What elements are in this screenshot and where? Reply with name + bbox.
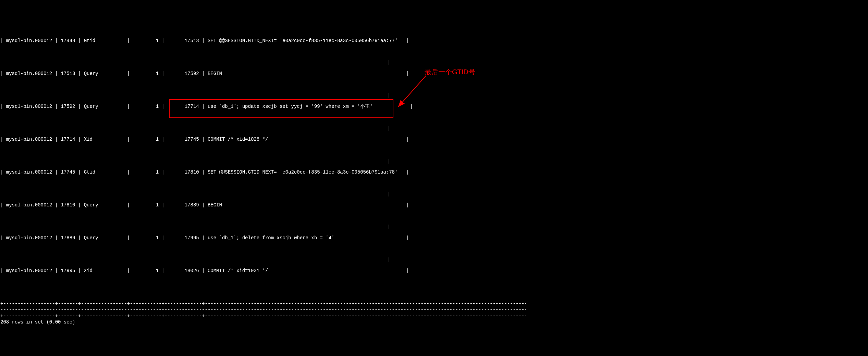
- binlog-row-cont: [0, 114, 868, 125]
- row-gap: [0, 223, 868, 234]
- binlog-row-cont: [0, 179, 868, 190]
- binlog-row-cont: [0, 48, 868, 59]
- binlog-row: | mysql-bin.000012 | 17745 | Gtid | 1 | …: [0, 168, 868, 179]
- binlog-row: | mysql-bin.000012 | 17889 | Query | 1 |…: [0, 234, 868, 245]
- blank-line: [0, 289, 868, 300]
- row-gap: [0, 256, 868, 267]
- row-gap: [0, 190, 868, 201]
- binlog-row: | mysql-bin.000012 | 17810 | Query | 1 |…: [0, 201, 868, 212]
- binlog-row-cont: [0, 212, 868, 223]
- binlog-row: | mysql-bin.000012 | 17448 | Gtid | 1 | …: [0, 37, 868, 48]
- binlog-row: | mysql-bin.000012 | 17714 | Xid | 1 | 1…: [0, 136, 868, 147]
- table-separator: ----------------------------------------…: [0, 306, 526, 312]
- row-gap: [0, 92, 868, 103]
- terminal-output: | mysql-bin.000012 | 17448 | Gtid | 1 | …: [0, 37, 868, 325]
- row-gap: [0, 157, 868, 168]
- table-separator: +------------------+-------+------------…: [0, 312, 526, 318]
- annotation-label: 最后一个GTID号: [425, 66, 475, 77]
- binlog-row: | mysql-bin.000012 | 17592 | Query | 1 |…: [0, 103, 868, 114]
- row-gap: [0, 125, 868, 136]
- binlog-row-cont: [0, 245, 868, 256]
- binlog-row-cont: [0, 278, 868, 289]
- table-separator: +------------------+-------+------------…: [0, 300, 526, 306]
- result-count: 208 rows in set (0.00 sec): [0, 318, 868, 325]
- binlog-row-cont: [0, 147, 868, 157]
- binlog-row-cont: [0, 81, 868, 92]
- binlog-row: | mysql-bin.000012 | 17995 | Xid | 1 | 1…: [0, 267, 868, 278]
